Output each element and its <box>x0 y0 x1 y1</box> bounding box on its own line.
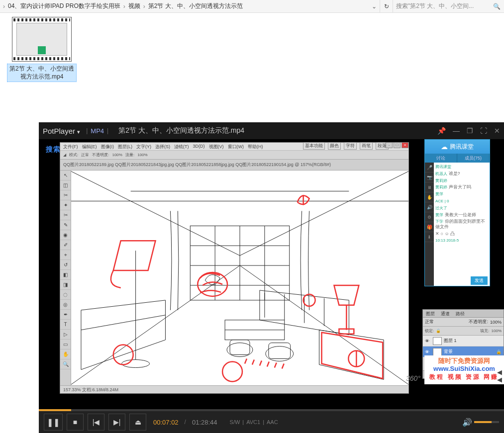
ps-menu-item[interactable]: 图像(I) <box>101 144 114 149</box>
send-button[interactable]: 发送 <box>471 276 488 285</box>
refresh-icon[interactable]: ↻ <box>380 0 393 12</box>
close-icon[interactable]: ✕ <box>494 127 500 135</box>
ps-close-icon[interactable]: × <box>402 142 408 148</box>
stop-button[interactable]: ■ <box>67 414 84 431</box>
gift-icon[interactable]: 🎁 <box>425 222 434 232</box>
codec-info: S/W|AVC1|AAC <box>221 419 281 425</box>
explorer-search[interactable]: 搜索"第2节 大、中、小空间... 🔍 <box>393 0 504 12</box>
eyedrop-tool-icon[interactable]: ✎ <box>60 220 71 230</box>
ps-menu-item[interactable]: 窗口(W) <box>228 144 244 149</box>
gradient-tool-icon[interactable]: ◨ <box>60 280 71 290</box>
ps-menu-item[interactable]: 文件(F) <box>63 144 78 149</box>
path-tool-icon[interactable]: ▷ <box>60 330 71 340</box>
heal-tool-icon[interactable]: ◉ <box>60 230 71 240</box>
type-tool-icon[interactable]: T <box>60 320 71 330</box>
breadcrumb-bar: › 04、室内设计师IPAD PRO数字手绘实用班 › 视频 › 第2节 大、中… <box>0 0 504 13</box>
restore-icon[interactable]: ❐ <box>467 127 473 135</box>
mic-icon[interactable]: 🎤 <box>425 163 434 173</box>
history-tool-icon[interactable]: ↺ <box>60 260 71 270</box>
lasso-tool-icon[interactable]: ✂ <box>60 190 71 200</box>
chat-tabs[interactable]: 讨论 成员(75) <box>425 154 490 163</box>
screen-icon[interactable]: 🖥 <box>425 182 434 192</box>
ps-menu-item[interactable]: 视图(V) <box>209 144 224 149</box>
ps-canvas[interactable] <box>71 171 408 385</box>
ps-tab[interactable]: QQ图片20180522189.jpg QQ图片201805221843jpg.… <box>63 162 331 168</box>
ps-statusbar: 157.33% 文档:6.18M/8.24M <box>60 385 408 393</box>
file-item[interactable]: 第2节 大、中、小空间透视方法示范.mp4 <box>7 17 77 82</box>
search-icon[interactable]: 🔍 <box>493 3 501 10</box>
down-icon[interactable]: ⬇ <box>425 232 434 242</box>
ps-menu-item[interactable]: 3D(D) <box>193 144 205 149</box>
crop-tool-icon[interactable]: ✂ <box>60 210 71 220</box>
ps-toolbar[interactable]: ↖ ◫ ✂ ✦ ✂ ✎ ◉ ✐ ⌖ ↺ ◧ ◨ ◌ ◎ ✒ T ▷ <box>60 171 71 385</box>
video-thumbnail[interactable] <box>12 17 72 62</box>
volume-control[interactable]: 🔊 <box>462 418 499 427</box>
channels-tab[interactable]: 通道 <box>438 310 453 317</box>
ps-document-tabs[interactable]: QQ图片20180522189.jpg QQ图片201805221843jpg.… <box>60 160 408 171</box>
player-titlebar[interactable]: PotPlayer ▾ | MP4 | 第2节 大、中、小空间透视方法示范.mp… <box>39 122 504 139</box>
layers-tab[interactable]: 图层 <box>423 310 438 317</box>
ps-min-icon[interactable]: - <box>386 142 393 148</box>
pause-button[interactable]: ❚❚ <box>44 414 63 431</box>
opacity-value[interactable]: 100% <box>490 320 502 325</box>
player-logo[interactable]: PotPlayer ▾ <box>43 127 83 135</box>
prev-button[interactable]: |◀ <box>88 414 104 431</box>
file-name[interactable]: 第2节 大、中、小空间透视方法示范.mp4 <box>7 64 77 82</box>
dodge-tool-icon[interactable]: ◎ <box>60 300 71 310</box>
format-badge: MP4 <box>91 127 104 135</box>
potplayer-window: PotPlayer ▾ | MP4 | 第2节 大、中、小空间透视方法示范.mp… <box>39 122 504 433</box>
crumb-0[interactable]: 04、室内设计师IPAD PRO数字手绘实用班 <box>6 2 122 10</box>
lock-icon[interactable]: 🔒 <box>436 329 441 333</box>
maximize-icon[interactable]: ⛶ <box>480 127 487 135</box>
gear-icon[interactable]: ⚙ <box>425 212 434 222</box>
brush-tool-icon[interactable]: ✐ <box>60 240 71 250</box>
marquee-tool-icon[interactable]: ◫ <box>60 180 71 190</box>
ps-menu-item[interactable]: 文字(Y) <box>136 144 151 149</box>
volume-icon[interactable]: 🔊 <box>462 418 472 427</box>
video-area[interactable]: 搜索：00:07:00(关键帧)(7%) 文件(F) 编辑(E) 图像(I) 图… <box>39 139 504 409</box>
tool-icon[interactable]: ◢ <box>63 153 66 157</box>
blur-tool-icon[interactable]: ◌ <box>60 290 71 300</box>
volume-slider[interactable] <box>474 421 499 423</box>
zoom-tool-icon[interactable]: 🔍 <box>60 359 71 369</box>
crumb-2[interactable]: 第2节 大、中、小空间透视方法示范 <box>146 2 245 10</box>
playlist-toggle-icon[interactable]: ◀◀ <box>497 368 502 383</box>
eject-button[interactable]: ⏏ <box>129 414 146 431</box>
ps-menu-item[interactable]: 选择(S) <box>155 144 170 149</box>
chat-tab-discuss[interactable]: 讨论 <box>425 154 457 163</box>
wand-tool-icon[interactable]: ✦ <box>60 200 71 210</box>
hand-tool-icon[interactable]: ✋ <box>60 349 71 359</box>
shape-tool-icon[interactable]: ▭ <box>60 340 71 349</box>
breadcrumb[interactable]: › 04、室内设计师IPAD PRO数字手绘实用班 › 视频 › 第2节 大、中… <box>0 2 369 10</box>
minimize-icon[interactable]: — <box>453 127 460 135</box>
hand-icon[interactable]: ✋ <box>425 192 434 202</box>
ps-menu-item[interactable]: 滤镜(T) <box>174 144 189 149</box>
ps-menu-item[interactable]: 帮助(H) <box>248 144 263 149</box>
ps-menu-item[interactable]: 图层(L) <box>118 144 132 149</box>
search-input[interactable]: 搜索"第2节 大、中、小空间... <box>396 2 493 10</box>
visibility-icon[interactable]: 👁 <box>425 349 431 354</box>
chat-tab-members[interactable]: 成员(75) <box>457 154 490 163</box>
pen-tool-icon[interactable]: ✒ <box>60 310 71 320</box>
chat-messages[interactable]: 腾讯课堂 机器人 谁是? 黄莉婷 黄莉婷 声音大了吗 黄萍 ACE | 0 过火… <box>434 163 490 286</box>
cam-icon[interactable]: 📷 <box>425 173 434 182</box>
blend-mode[interactable]: 正常 <box>425 319 434 325</box>
ps-max-icon[interactable]: □ <box>394 142 401 148</box>
layer-thumb <box>433 337 442 345</box>
vol-icon[interactable]: 🔊 <box>425 202 434 212</box>
eraser-tool-icon[interactable]: ◧ <box>60 270 71 280</box>
layer-row[interactable]: 👁 图层 1 <box>423 336 504 346</box>
breadcrumb-dropdown-icon[interactable]: ⌄ <box>369 3 380 10</box>
ps-menu-item[interactable]: 编辑(E) <box>82 144 97 149</box>
chat-sidebar[interactable]: 🎤 📷 🖥 ✋ 🔊 ⚙ 🎁 ⬇ <box>425 163 434 286</box>
player-controls: ❚❚ ■ |◀ ▶| ⏏ 00:07:02 / 01:28:44 S/W|AVC… <box>39 411 504 433</box>
stamp-tool-icon[interactable]: ⌖ <box>60 250 71 260</box>
paths-tab[interactable]: 路径 <box>453 310 468 317</box>
next-button[interactable]: ▶| <box>108 414 125 431</box>
explorer-pane[interactable]: 第2节 大、中、小空间透视方法示范.mp4 <box>0 13 504 121</box>
move-tool-icon[interactable]: ↖ <box>60 171 71 180</box>
fill-value[interactable]: 100% <box>492 329 502 333</box>
pin-icon[interactable]: 📌 <box>437 127 446 135</box>
visibility-icon[interactable]: 👁 <box>425 339 431 344</box>
crumb-1[interactable]: 视频 <box>126 2 142 10</box>
